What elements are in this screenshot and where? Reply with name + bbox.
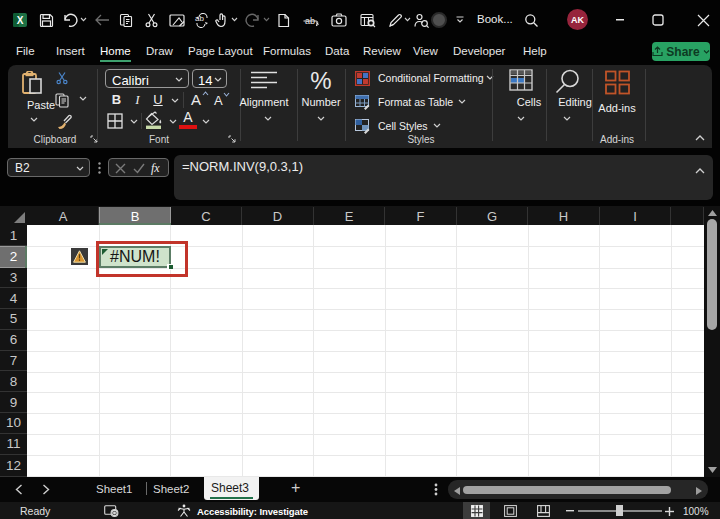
- svg-text:X: X: [17, 15, 24, 26]
